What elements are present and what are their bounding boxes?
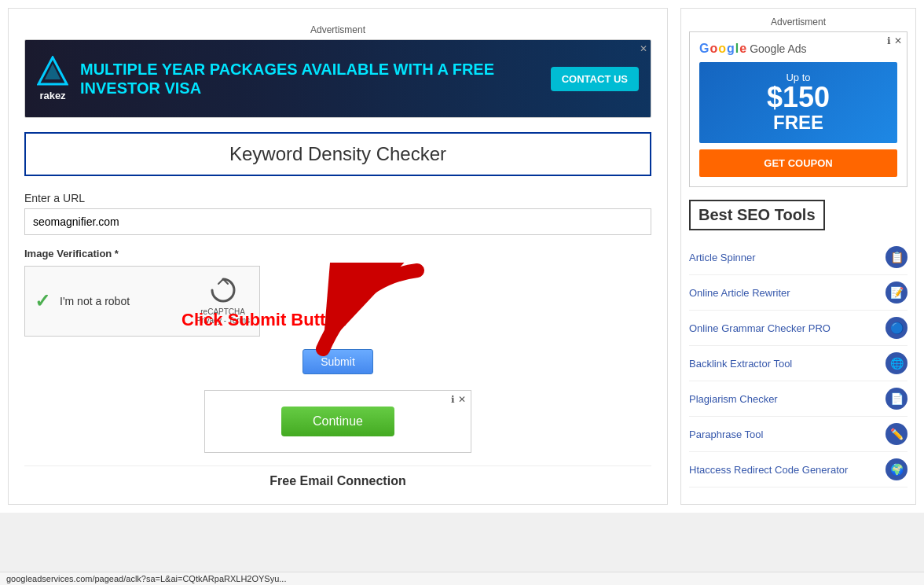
free-email-label: Free Email Connection bbox=[270, 474, 405, 488]
captcha-check-icon: ✓ bbox=[35, 290, 50, 312]
sidebar: Advertisment ℹ ✕ Google Google Ads Up to… bbox=[680, 8, 916, 505]
ad-close-icon[interactable]: ✕ bbox=[640, 43, 647, 54]
click-annotation: Click Submit Button bbox=[182, 310, 346, 330]
ad-logo: rakez bbox=[37, 56, 68, 101]
seo-tool-link[interactable]: Htaccess Redirect Code Generator bbox=[689, 464, 886, 476]
seo-tool-item[interactable]: Plagiarism Checker 📄 bbox=[689, 381, 908, 417]
seo-tool-link[interactable]: Paraphrase Tool bbox=[689, 429, 886, 440]
submit-button[interactable]: Submit bbox=[302, 349, 373, 374]
seo-tool-item[interactable]: Backlink Extractor Tool 🌐 bbox=[689, 346, 908, 381]
google-ad-amount: Up to $150 FREE bbox=[699, 62, 897, 143]
seo-tool-link[interactable]: Plagiarism Checker bbox=[689, 393, 886, 405]
inner-ad-close-icon[interactable]: ✕ bbox=[458, 394, 466, 405]
seo-tool-icon: 📄 bbox=[886, 388, 908, 410]
get-coupon-button[interactable]: GET COUPON bbox=[699, 149, 897, 177]
main-content: Advertisment ✕ rakez MULTIPLE YEAR PACKA… bbox=[8, 8, 668, 505]
sidebar-ad: ℹ ✕ Google Google Ads Up to $150 FREE GE… bbox=[689, 31, 908, 187]
free-email-section: Free Email Connection bbox=[24, 465, 651, 488]
ad-logo-text: rakez bbox=[39, 90, 65, 101]
seo-tool-item[interactable]: Article Spinner 📋 bbox=[689, 240, 908, 275]
page-title: Keyword Density Checker bbox=[24, 132, 651, 176]
seo-tool-icon: 📋 bbox=[886, 246, 908, 268]
google-ad-free: FREE bbox=[707, 112, 889, 134]
url-input[interactable] bbox=[24, 208, 651, 235]
seo-tool-item[interactable]: Htaccess Redirect Code Generator 🌍 bbox=[689, 452, 908, 488]
captcha-label: Image Verification * bbox=[24, 248, 651, 259]
google-ad-price: $150 bbox=[707, 83, 889, 112]
seo-tool-item[interactable]: Paraphrase Tool ✏️ bbox=[689, 417, 908, 452]
seo-tool-icon: 🌍 bbox=[886, 458, 908, 480]
seo-tool-icon: 🔵 bbox=[886, 317, 908, 339]
seo-tools-section: Best SEO Tools Article Spinner 📋 Online … bbox=[689, 200, 908, 488]
google-ads-text: Google Ads bbox=[750, 42, 806, 55]
sidebar-ad-info-icon[interactable]: ℹ bbox=[887, 35, 891, 46]
seo-tool-link[interactable]: Article Spinner bbox=[689, 252, 886, 263]
top-ad-label: Advertisment bbox=[24, 24, 651, 35]
continue-button[interactable]: Continue bbox=[281, 407, 394, 436]
inner-ad-controls: ℹ ✕ bbox=[451, 394, 466, 405]
seo-tool-link[interactable]: Online Article Rewriter bbox=[689, 287, 886, 299]
seo-tool-item[interactable]: Online Grammar Checker PRO 🔵 bbox=[689, 311, 908, 346]
seo-tools-header: Best SEO Tools bbox=[689, 200, 825, 230]
sidebar-ad-controls: ℹ ✕ bbox=[887, 35, 902, 46]
ad-banner-text: MULTIPLE YEAR PACKAGES AVAILABLE WITH A … bbox=[68, 60, 551, 98]
seo-tool-link[interactable]: Backlink Extractor Tool bbox=[689, 358, 886, 370]
url-label: Enter a URL bbox=[24, 192, 651, 204]
seo-tool-link[interactable]: Online Grammar Checker PRO bbox=[689, 322, 886, 334]
google-ads-header: Google Google Ads bbox=[699, 42, 897, 56]
seo-tool-icon: 🌐 bbox=[886, 352, 908, 374]
seo-tool-item[interactable]: Online Article Rewriter 📝 bbox=[689, 275, 908, 311]
sidebar-ad-label: Advertisment bbox=[689, 17, 908, 28]
ad-contact-button[interactable]: CONTACT US bbox=[551, 67, 639, 91]
recaptcha-icon bbox=[211, 278, 236, 307]
captcha-text: I'm not a robot bbox=[60, 295, 186, 307]
seo-tools-list: Article Spinner 📋 Online Article Rewrite… bbox=[689, 240, 908, 488]
sidebar-ad-close-icon[interactable]: ✕ bbox=[894, 35, 902, 46]
inner-ad-info-icon[interactable]: ℹ bbox=[451, 394, 455, 405]
seo-tool-icon: ✏️ bbox=[886, 423, 908, 445]
top-ad-banner: ✕ rakez MULTIPLE YEAR PACKAGES AVAILABLE… bbox=[24, 39, 651, 118]
submit-area: Click Submit Button Submit bbox=[24, 349, 651, 374]
inner-ad-banner: ℹ ✕ Continue bbox=[204, 390, 471, 453]
seo-tool-icon: 📝 bbox=[886, 281, 908, 304]
